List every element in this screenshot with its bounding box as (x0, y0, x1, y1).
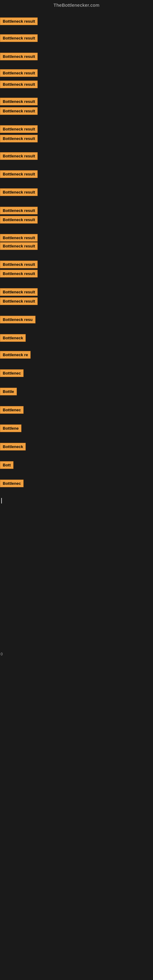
cursor-indicator (1, 498, 2, 503)
bottleneck-badge: Bottleneck result (0, 34, 38, 42)
bottleneck-item[interactable]: Bottleneck re (0, 351, 30, 359)
site-header: TheBottlenecker.com (0, 0, 153, 9)
bottleneck-item[interactable]: Bottleneck result (0, 34, 38, 42)
bottleneck-item[interactable]: Bottleneck (0, 334, 26, 342)
bottleneck-badge: Bottlenec (0, 369, 24, 377)
bottleneck-item[interactable]: Bottleneck result (0, 261, 38, 268)
bottleneck-item[interactable]: Bottleneck result (0, 152, 38, 160)
bottleneck-item[interactable]: Bottleneck result (0, 298, 38, 305)
bottleneck-badge: Bottleneck (0, 443, 26, 450)
bottleneck-badge: Bottleneck (0, 334, 26, 342)
bottleneck-badge: Bottleneck result (0, 216, 38, 224)
bottleneck-badge: Bottleneck result (0, 261, 38, 268)
bottleneck-badge: Bottleneck result (0, 135, 38, 142)
bottleneck-badge: Bottle (0, 388, 17, 395)
bottleneck-badge: Bottleneck re (0, 351, 30, 359)
bottleneck-item[interactable]: Bottleneck result (0, 107, 38, 115)
bottleneck-item[interactable]: Bottleneck result (0, 216, 38, 224)
bottleneck-item[interactable]: Bottleneck result (0, 242, 38, 250)
bottleneck-item[interactable]: Bottlenec (0, 369, 24, 377)
bottleneck-badge: Bottleneck result (0, 152, 38, 160)
bottleneck-item[interactable]: Bott (0, 461, 13, 469)
bottleneck-item[interactable]: Bottleneck result (0, 98, 38, 105)
bottleneck-badge: Bottlene (0, 425, 21, 432)
site-title: TheBottlenecker.com (54, 2, 99, 8)
bottleneck-item[interactable]: Bottleneck result (0, 188, 38, 196)
bottleneck-item[interactable]: Bottleneck result (0, 170, 38, 178)
bottleneck-item[interactable]: Bottleneck result (0, 270, 38, 277)
bottleneck-badge: Bottleneck result (0, 125, 38, 133)
bottleneck-badge: Bottleneck result (0, 242, 38, 250)
bottleneck-badge: Bottleneck result (0, 207, 38, 215)
bottleneck-item[interactable]: Bottleneck result (0, 69, 38, 77)
bottleneck-badge: Bottleneck resu (0, 316, 35, 323)
bottleneck-item[interactable]: Bottleneck result (0, 288, 38, 296)
bottleneck-badge: Bott (0, 461, 13, 469)
bottleneck-badge: Bottleneck result (0, 52, 38, 60)
bottleneck-item[interactable]: Bottleneck result (0, 135, 38, 142)
bottleneck-badge: Bottlenec (0, 480, 24, 487)
bottleneck-item[interactable]: Bottleneck result (0, 81, 38, 88)
bottleneck-item[interactable]: Bottle (0, 388, 17, 395)
bottleneck-item[interactable]: Bottleneck (0, 443, 26, 450)
bottleneck-item[interactable]: Bottleneck resu (0, 316, 35, 323)
bottleneck-badge: Bottleneck result (0, 298, 38, 305)
bottleneck-badge: Bottleneck result (0, 107, 38, 115)
small-label: 0 (1, 652, 3, 656)
bottleneck-badge: Bottleneck result (0, 170, 38, 178)
bottleneck-badge: Bottleneck result (0, 270, 38, 277)
bottleneck-badge: Bottleneck result (0, 81, 38, 88)
bottleneck-badge: Bottleneck result (0, 234, 38, 242)
bottleneck-item[interactable]: Bottleneck result (0, 125, 38, 133)
bottleneck-badge: Bottleneck result (0, 98, 38, 105)
bottleneck-badge: Bottlenec (0, 406, 24, 414)
bottleneck-badge: Bottleneck result (0, 188, 38, 196)
bottleneck-item[interactable]: Bottleneck result (0, 18, 38, 25)
bottleneck-item[interactable]: Bottlene (0, 425, 21, 432)
bottleneck-badge: Bottleneck result (0, 288, 38, 296)
bottleneck-badge: Bottleneck result (0, 69, 38, 77)
bottleneck-item[interactable]: Bottleneck result (0, 234, 38, 242)
bottleneck-item[interactable]: Bottleneck result (0, 52, 38, 60)
bottleneck-item[interactable]: Bottlenec (0, 406, 24, 414)
bottleneck-badge: Bottleneck result (0, 18, 38, 25)
bottleneck-item[interactable]: Bottlenec (0, 480, 24, 487)
bottleneck-item[interactable]: Bottleneck result (0, 207, 38, 215)
